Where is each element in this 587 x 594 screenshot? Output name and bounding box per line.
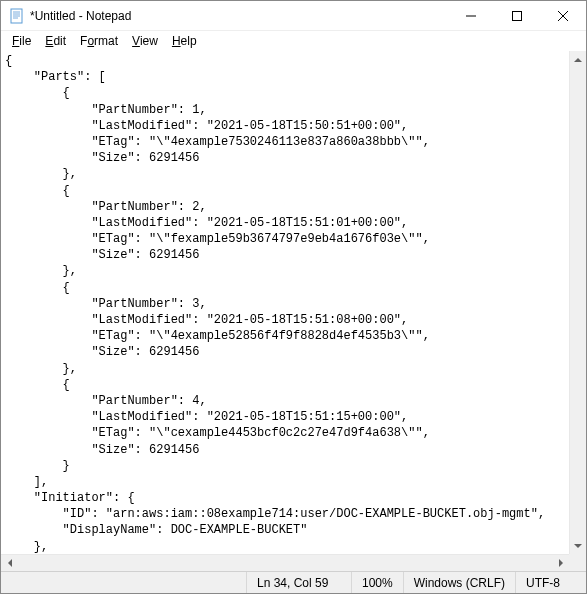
scroll-left-arrow[interactable] — [1, 555, 18, 571]
horizontal-scrollbar[interactable] — [1, 554, 569, 571]
notepad-icon — [9, 8, 25, 24]
menu-edit[interactable]: Edit — [38, 33, 73, 49]
status-lineending: Windows (CRLF) — [404, 572, 516, 593]
scroll-corner — [569, 554, 586, 571]
scroll-down-arrow[interactable] — [570, 537, 586, 554]
svg-rect-6 — [513, 11, 522, 20]
status-zoom: 100% — [352, 572, 404, 593]
titlebar[interactable]: *Untitled - Notepad — [1, 1, 586, 31]
close-button[interactable] — [540, 1, 586, 30]
menu-view[interactable]: View — [125, 33, 165, 49]
minimize-button[interactable] — [448, 1, 494, 30]
status-position: Ln 34, Col 59 — [247, 572, 352, 593]
menu-format[interactable]: Format — [73, 33, 125, 49]
scroll-right-arrow[interactable] — [552, 555, 569, 571]
svg-marker-11 — [8, 559, 12, 567]
menubar: File Edit Format View Help — [1, 31, 586, 51]
statusbar: Ln 34, Col 59 100% Windows (CRLF) UTF-8 — [1, 571, 586, 593]
svg-marker-9 — [574, 58, 582, 62]
bottom-scroll-row — [1, 554, 586, 571]
vertical-scrollbar[interactable] — [569, 51, 586, 554]
scroll-up-arrow[interactable] — [570, 51, 586, 68]
text-editor[interactable]: { "Parts": [ { "PartNumber": 1, "LastMod… — [1, 51, 569, 554]
menu-help[interactable]: Help — [165, 33, 204, 49]
window-controls — [448, 1, 586, 30]
notepad-window: *Untitled - Notepad File Edit Format Vie… — [0, 0, 587, 594]
svg-marker-12 — [559, 559, 563, 567]
status-spacer — [1, 572, 247, 593]
svg-marker-10 — [574, 544, 582, 548]
menu-file[interactable]: File — [5, 33, 38, 49]
window-title: *Untitled - Notepad — [30, 9, 448, 23]
maximize-button[interactable] — [494, 1, 540, 30]
content-area: { "Parts": [ { "PartNumber": 1, "LastMod… — [1, 51, 586, 554]
status-encoding: UTF-8 — [516, 572, 586, 593]
